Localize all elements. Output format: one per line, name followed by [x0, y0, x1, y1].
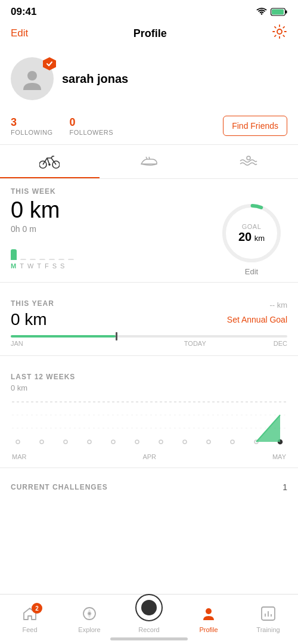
- bar-fill: [20, 259, 26, 260]
- goal-value-display: 20 km: [238, 230, 265, 244]
- day-tue: T: [20, 262, 24, 270]
- compass-icon: [82, 606, 97, 621]
- day-labels-row: M T W T F S S: [11, 262, 216, 270]
- status-time: 09:41: [11, 6, 36, 18]
- svg-point-18: [111, 440, 115, 444]
- goal-circle: GOAL 20 km: [219, 200, 284, 266]
- page-title: Profile: [134, 27, 167, 40]
- status-icons: [256, 8, 287, 16]
- wifi-icon: [256, 8, 267, 16]
- tab-bike[interactable]: [0, 145, 100, 178]
- this-year-label: THIS YEAR: [11, 299, 54, 308]
- challenges-label: CURRENT CHALLENGES: [11, 483, 108, 491]
- nav-item-record[interactable]: Record: [119, 595, 179, 637]
- training-icon-wrap: [260, 606, 276, 624]
- bar-thursday: [39, 259, 45, 260]
- week-stats: 0 km 0h 0 m: [11, 198, 216, 273]
- year-axis: JAN TODAY DEC: [11, 340, 287, 347]
- bar-wednesday: [30, 259, 36, 260]
- record-label: Record: [138, 626, 159, 633]
- bottom-nav: 2 Feed Explore Record: [0, 594, 298, 644]
- bottom-spacer: [0, 500, 298, 560]
- explore-icon-wrap: [82, 606, 97, 624]
- feed-badge: 2: [32, 603, 42, 614]
- line-chart-svg: [11, 397, 287, 451]
- svg-point-32: [141, 600, 157, 615]
- year-km-display: -- km: [269, 301, 287, 309]
- bar-sunday: [68, 259, 74, 260]
- svg-point-15: [40, 440, 44, 444]
- svg-point-7: [49, 164, 50, 165]
- nav-item-profile[interactable]: Profile: [179, 595, 238, 637]
- battery-icon: [271, 8, 287, 16]
- following-stat[interactable]: 3 FOLLOWING: [11, 116, 53, 136]
- header: Edit Profile: [0, 20, 298, 50]
- svg-point-4: [27, 71, 37, 80]
- training-label: Training: [256, 626, 280, 633]
- home-indicator: [110, 637, 188, 640]
- followers-label: FOLLOWERS: [70, 129, 114, 136]
- chart-area: [11, 397, 287, 451]
- record-icon-wrap: [135, 594, 163, 624]
- followers-stat[interactable]: 0 FOLLOWERS: [70, 116, 114, 136]
- year-progress-fill: [11, 335, 116, 338]
- tab-swim[interactable]: [198, 145, 298, 178]
- set-annual-goal-button[interactable]: Set Annual Goal: [227, 315, 287, 324]
- goal-edit-button[interactable]: Edit: [245, 267, 258, 276]
- svg-point-8: [247, 156, 250, 160]
- day-sun: S: [60, 262, 64, 270]
- day-thu: T: [37, 262, 41, 270]
- find-friends-button[interactable]: Find Friends: [223, 116, 287, 136]
- year-row2: 0 km Set Annual Goal: [11, 310, 287, 329]
- chart-icon: [260, 606, 276, 621]
- svg-point-3: [277, 29, 282, 34]
- bar-saturday: [58, 259, 64, 260]
- last-12-weeks-section: LAST 12 WEEKS 0 km: [0, 362, 298, 467]
- chart-mar-label: MAR: [12, 453, 26, 460]
- challenges-count: 1: [283, 482, 287, 492]
- nav-item-training[interactable]: Training: [238, 595, 298, 637]
- divider-3: [0, 282, 298, 283]
- bar-friday: [49, 259, 55, 260]
- bike-icon: [39, 153, 60, 172]
- divider-5: [0, 467, 298, 468]
- svg-point-33: [206, 608, 212, 614]
- nav-item-explore[interactable]: Explore: [60, 595, 119, 637]
- svg-point-21: [183, 440, 187, 444]
- gear-icon[interactable]: [272, 24, 287, 43]
- stats-row: 3 FOLLOWING 0 FOLLOWERS Find Friends: [0, 110, 298, 144]
- goal-text: GOAL 20 km: [238, 223, 265, 244]
- profile-name: sarah jonas: [62, 72, 128, 86]
- activity-tabs: [0, 145, 298, 178]
- bar-tuesday: [20, 259, 26, 260]
- chart-x-labels: MAR APR MAY: [11, 453, 287, 460]
- day-fri: F: [45, 262, 49, 270]
- avatar-container: [11, 57, 54, 100]
- profile-icon-wrap: [201, 606, 216, 624]
- explore-label: Explore: [78, 626, 100, 633]
- following-count: 3: [11, 116, 53, 129]
- svg-point-16: [64, 440, 67, 444]
- profile-section: sarah jonas: [0, 50, 298, 110]
- following-label: FOLLOWING: [11, 129, 53, 136]
- goal-circle-wrap: GOAL 20 km Edit: [216, 200, 287, 276]
- edit-button[interactable]: Edit: [11, 27, 28, 39]
- svg-point-20: [159, 440, 163, 444]
- last-12-weeks-label: LAST 12 WEEKS: [11, 373, 287, 381]
- nav-item-feed[interactable]: 2 Feed: [0, 595, 60, 637]
- tab-run[interactable]: [100, 145, 199, 178]
- year-progress-bar: [11, 335, 287, 338]
- year-distance: 0 km: [11, 310, 47, 329]
- goal-km-value: 20: [238, 230, 252, 243]
- feed-label: Feed: [22, 626, 37, 633]
- record-button-icon: [135, 594, 163, 621]
- challenges-section[interactable]: CURRENT CHALLENGES 1: [0, 474, 298, 500]
- check-icon: [45, 60, 54, 68]
- svg-point-17: [88, 440, 91, 444]
- bar-fill: [11, 249, 17, 260]
- chart-may-label: MAY: [272, 453, 286, 460]
- day-wed: W: [27, 262, 33, 270]
- status-bar: 09:41: [0, 0, 298, 20]
- profile-label: Profile: [199, 626, 218, 633]
- svg-point-22: [207, 440, 210, 444]
